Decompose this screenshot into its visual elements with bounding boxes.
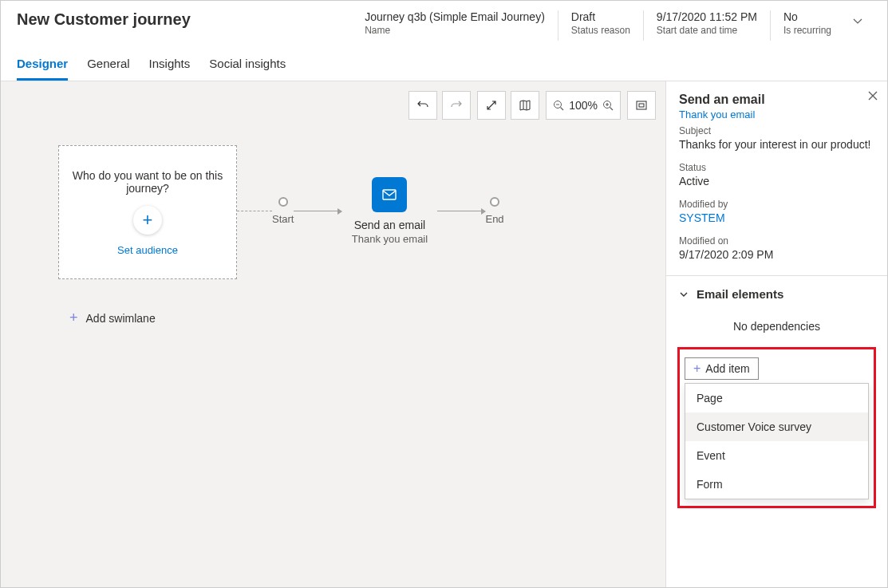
add-item-dropdown: Page Customer Voice survey Event Form: [685, 383, 869, 499]
header-field-value: No: [783, 10, 831, 23]
section-title: Email elements: [697, 287, 783, 301]
close-icon: [868, 91, 878, 101]
add-audience-button[interactable]: +: [133, 206, 162, 235]
highlight-box: + Add item Page Customer Voice survey Ev…: [677, 347, 876, 508]
end-node[interactable]: End: [485, 197, 503, 225]
plus-icon: +: [69, 310, 78, 326]
field-value-link[interactable]: SYSTEM: [679, 211, 874, 224]
tab-designer[interactable]: Designer: [17, 57, 68, 81]
undo-button[interactable]: [408, 91, 437, 120]
redo-icon: [450, 99, 463, 112]
properties-panel: Send an email Thank you email Subject Th…: [665, 81, 887, 587]
start-label: Start: [272, 213, 294, 225]
header-field-label: Is recurring: [783, 25, 831, 36]
header-field-recurring[interactable]: No Is recurring: [770, 10, 844, 41]
section-email-elements[interactable]: Email elements: [679, 276, 874, 312]
add-item-label: Add item: [705, 362, 749, 375]
field-value: Active: [679, 175, 874, 187]
field-value: Thanks for your interest in our product!: [679, 138, 874, 151]
audience-tile[interactable]: Who do you want to be on this journey? +…: [58, 145, 237, 279]
tile-title: Send an email: [354, 219, 426, 231]
dropdown-item-form[interactable]: Form: [685, 470, 868, 499]
header-fields: Journey q3b (Simple Email Journey) Name …: [352, 10, 871, 41]
header-field-status[interactable]: Draft Status reason: [558, 10, 643, 41]
field-label: Status: [679, 162, 874, 173]
svg-rect-4: [383, 190, 396, 199]
email-tile-icon-box: [372, 177, 407, 212]
fullscreen-button[interactable]: [477, 91, 506, 120]
header-field-label: Name: [365, 25, 545, 36]
description-label: Description: [697, 508, 757, 522]
undo-icon: [416, 99, 429, 112]
svg-rect-3: [639, 104, 644, 107]
header-field-name[interactable]: Journey q3b (Simple Email Journey) Name: [352, 10, 558, 41]
header-expand-button[interactable]: [844, 10, 871, 31]
designer-canvas[interactable]: 100% Who do you want to be on this journ…: [1, 81, 665, 587]
redo-button[interactable]: [442, 91, 471, 120]
tile-subtitle: Thank you email: [352, 233, 428, 245]
tab-insights[interactable]: Insights: [149, 57, 191, 81]
field-subject: Subject Thanks for your interest in our …: [679, 125, 874, 151]
field-value: 9/17/2020 2:09 PM: [679, 248, 874, 261]
connector: [437, 211, 485, 211]
minimap-button[interactable]: [511, 91, 539, 120]
fit-button[interactable]: [627, 91, 656, 120]
email-icon: [381, 187, 397, 203]
header-field-label: Start date and time: [657, 25, 757, 36]
field-label: Modified by: [679, 199, 874, 210]
map-icon: [519, 99, 531, 112]
field-label: Subject: [679, 125, 874, 136]
field-label: Modified on: [679, 235, 874, 247]
zoom-value: 100%: [569, 99, 598, 112]
page-title: New Customer journey: [17, 10, 352, 29]
plus-icon: +: [693, 361, 701, 376]
dropdown-item-customer-voice-survey[interactable]: Customer Voice survey: [685, 412, 868, 441]
header: New Customer journey Journey q3b (Simple…: [1, 1, 887, 47]
fit-screen-icon: [635, 99, 648, 112]
end-dot-icon: [490, 197, 499, 207]
panel-email-link[interactable]: Thank you email: [679, 109, 874, 120]
panel-title: Send an email: [679, 93, 874, 107]
tab-social-insights[interactable]: Social insights: [209, 57, 286, 81]
field-modified-by: Modified by SYSTEM: [679, 199, 874, 224]
set-audience-link[interactable]: Set audience: [117, 244, 178, 256]
svg-rect-2: [637, 101, 646, 109]
add-item-button[interactable]: + Add item: [685, 357, 759, 380]
dropdown-item-event[interactable]: Event: [685, 441, 868, 470]
field-modified-on: Modified on 9/17/2020 2:09 PM: [679, 235, 874, 261]
header-field-value: 9/17/2020 11:52 PM: [657, 10, 757, 23]
canvas-toolbar: 100%: [408, 91, 656, 120]
chevron-right-icon: [682, 511, 691, 519]
zoom-in-button[interactable]: [602, 100, 614, 111]
zoom-out-button[interactable]: [553, 100, 564, 111]
add-swimlane-button[interactable]: + Add swimlane: [69, 310, 156, 326]
chevron-down-icon: [679, 290, 689, 299]
start-node[interactable]: Start: [272, 197, 294, 225]
field-status: Status Active: [679, 162, 874, 187]
dropdown-item-page[interactable]: Page: [685, 384, 868, 412]
connector-dashed: [237, 211, 272, 211]
tab-general[interactable]: General: [87, 57, 129, 81]
no-dependencies-text: No dependencies: [679, 320, 874, 333]
panel-close-button[interactable]: [868, 91, 878, 101]
start-dot-icon: [278, 197, 288, 207]
zoom-out-icon: [553, 100, 564, 111]
zoom-in-icon: [602, 100, 614, 111]
header-field-value: Draft: [571, 10, 630, 23]
journey-flow: Start Send an email Thank you email End: [237, 177, 504, 245]
header-field-label: Status reason: [571, 25, 630, 36]
add-swimlane-label: Add swimlane: [86, 312, 156, 325]
header-field-value: Journey q3b (Simple Email Journey): [365, 10, 545, 23]
end-label: End: [485, 213, 503, 225]
connector: [294, 211, 341, 211]
audience-prompt: Who do you want to be on this journey?: [69, 169, 227, 195]
email-tile[interactable]: Send an email Thank you email: [341, 177, 437, 245]
main: 100% Who do you want to be on this journ…: [1, 81, 887, 587]
chevron-down-icon: [852, 15, 863, 26]
tabs: Designer General Insights Social insight…: [1, 47, 887, 81]
expand-icon: [486, 100, 497, 111]
header-field-start[interactable]: 9/17/2020 11:52 PM Start date and time: [643, 10, 770, 41]
zoom-control: 100%: [546, 91, 621, 120]
